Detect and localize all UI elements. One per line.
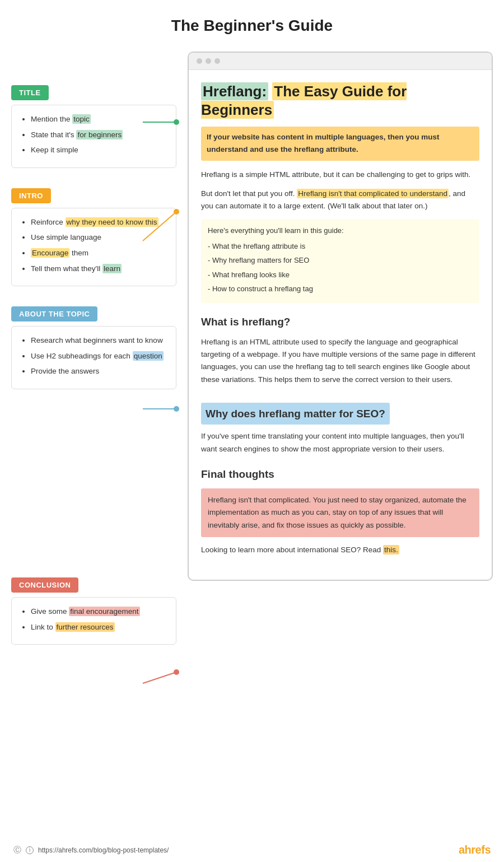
main-layout: TITLE Mention the topic State that it's … xyxy=(0,46,504,678)
guide-item-3: - What hreflang looks like xyxy=(208,269,473,281)
this-link[interactable]: this. xyxy=(383,545,399,555)
guide-item-4: - How to construct a hreflang tag xyxy=(208,283,473,295)
article-title: Hreflang: The Easy Guide for Beginners xyxy=(201,82,479,119)
sidebar-conclusion-section: CONCLUSION Give some final encouragement… xyxy=(11,577,176,645)
sidebar: TITLE Mention the topic State that it's … xyxy=(11,46,176,645)
list-item: Tell them what they'll learn xyxy=(31,263,167,275)
list-item: Mention the topic xyxy=(31,113,167,125)
article-para-1: Hreflang is a simple HTML attribute, but… xyxy=(201,169,479,181)
browser-dot-1 xyxy=(197,58,202,64)
guide-item-1: - What the hreflang attribute is xyxy=(208,240,473,252)
encourage-highlight: Encourage xyxy=(31,248,69,258)
cc-icon: Ⓒ xyxy=(13,845,21,855)
article-para-about: Hreflang is an HTML attribute used to sp… xyxy=(201,336,479,386)
article-h2-3: Final thoughts xyxy=(201,465,479,483)
need-to-know-highlight: why they need to know this xyxy=(66,217,158,227)
article-h2-2: Why does hreflang matter for SEO? xyxy=(201,403,390,425)
question-highlight: question xyxy=(133,351,164,361)
sidebar-title-section: TITLE Mention the topic State that it's … xyxy=(11,85,176,168)
guide-list-intro: Here's everything you'll learn in this g… xyxy=(208,225,473,236)
conclusion-label: CONCLUSION xyxy=(11,577,78,593)
title-card: Mention the topic State that it's for be… xyxy=(11,105,176,168)
list-item: Keep it simple xyxy=(31,144,167,156)
browser-window: Hreflang: The Easy Guide for Beginners I… xyxy=(188,52,493,581)
guide-list-items: - What the hreflang attribute is - Why h… xyxy=(208,240,473,295)
not-complicated-highlight: Hreflang isn't that complicated to under… xyxy=(297,189,449,198)
conclusion-highlight-block: Hreflang isn't that complicated. You jus… xyxy=(201,488,479,537)
page-title: The Beginner's Guide xyxy=(0,0,504,46)
title-label: TITLE xyxy=(11,85,49,100)
conclusion-card: Give some final encouragement Link to fu… xyxy=(11,597,176,645)
article-para-2: But don't let that put you off. Hreflang… xyxy=(201,188,479,213)
list-item: State that it's for beginners xyxy=(31,129,167,141)
footer-logo: ahrefs xyxy=(459,844,491,856)
guide-list-block: Here's everything you'll learn in this g… xyxy=(201,219,479,302)
page-wrapper: The Beginner's Guide TITLE Mention the t… xyxy=(0,0,504,862)
further-resources-highlight: further resources xyxy=(55,622,115,632)
topic-highlight: topic xyxy=(72,114,91,124)
article-conclusion-para: Looking to learn more about internationa… xyxy=(201,544,479,556)
browser-content: Hreflang: The Easy Guide for Beginners I… xyxy=(189,70,492,580)
about-card: Research what beginners want to know Use… xyxy=(11,326,176,389)
list-item: Use H2 subheadings for each question xyxy=(31,350,167,362)
guide-item-2: - Why hreflang matters for SEO xyxy=(208,254,473,266)
learn-highlight: learn xyxy=(102,264,122,273)
list-item: Research what beginners want to know xyxy=(31,334,167,347)
article-para-seo: If you've spent time translating your co… xyxy=(201,430,479,455)
sidebar-intro-section: INTRO Reinforce why they need to know th… xyxy=(11,188,176,286)
beginners-highlight: for beginners xyxy=(76,130,123,139)
list-item: Link to further resources xyxy=(31,621,167,633)
title-hreflang: Hreflang: xyxy=(201,82,268,100)
list-item: Encourage them xyxy=(31,247,167,259)
list-item: Give some final encouragement xyxy=(31,605,167,618)
footer-left: Ⓒ i https://ahrefs.com/blog/blog-post-te… xyxy=(13,845,169,855)
list-item: Provide the answers xyxy=(31,365,167,378)
browser-dot-3 xyxy=(214,58,220,64)
about-label: ABOUT THE TOPIC xyxy=(11,306,97,321)
browser-bar xyxy=(189,53,492,70)
intro-label: INTRO xyxy=(11,188,51,203)
list-item: Use simple language xyxy=(31,231,167,244)
sidebar-about-section: ABOUT THE TOPIC Research what beginners … xyxy=(11,306,176,389)
footer: Ⓒ i https://ahrefs.com/blog/blog-post-te… xyxy=(0,844,504,856)
browser-dot-2 xyxy=(206,58,211,64)
footer-url[interactable]: https://ahrefs.com/blog/blog-post-templa… xyxy=(38,846,169,854)
article-h2-1: What is hreflang? xyxy=(201,313,479,330)
list-item: Reinforce why they need to know this xyxy=(31,216,167,229)
intro-card: Reinforce why they need to know this Use… xyxy=(11,208,176,286)
final-encouragement-highlight: final encouragement xyxy=(69,607,139,616)
info-icon: i xyxy=(26,846,34,854)
intro-highlight-block: If your website has content in multiple … xyxy=(201,127,479,161)
